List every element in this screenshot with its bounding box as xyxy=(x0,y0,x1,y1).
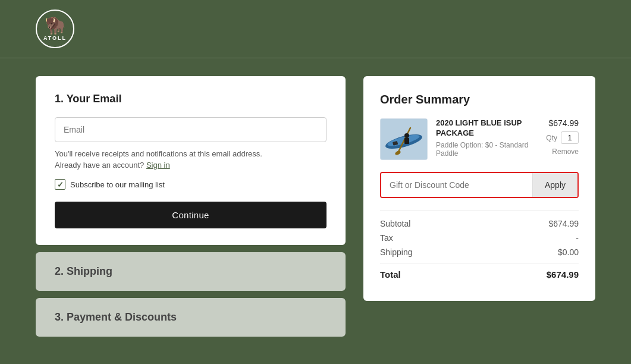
header: 🦬 ATOLL xyxy=(0,0,631,58)
qty-row: Qty 1 xyxy=(546,131,579,144)
remove-link[interactable]: Remove xyxy=(552,148,579,156)
qty-label: Qty xyxy=(546,134,557,142)
svg-rect-6 xyxy=(404,138,409,144)
helper-text: You'll receive receipts and notification… xyxy=(55,149,327,158)
step1-card: 1. Your Email You'll receive receipts an… xyxy=(36,76,346,245)
discount-input[interactable] xyxy=(381,173,532,197)
apply-button[interactable]: Apply xyxy=(532,173,577,197)
signin-link[interactable]: Sign in xyxy=(146,161,170,170)
logo-icon: 🦬 xyxy=(45,17,65,34)
subtotal-row: Subtotal $674.99 xyxy=(380,219,579,228)
subscribe-label: Subscribe to our mailing list xyxy=(70,180,165,189)
left-column: 1. Your Email You'll receive receipts an… xyxy=(36,76,346,337)
discount-row: Apply xyxy=(380,172,579,198)
tax-value: - xyxy=(576,233,579,243)
product-details: 2020 LIGHT BLUE iSUP PACKAGE Paddle Opti… xyxy=(436,118,538,158)
qty-value: 1 xyxy=(561,131,579,144)
product-option: Paddle Option: $0 - Standard Paddle xyxy=(436,141,538,158)
product-name: 2020 LIGHT BLUE iSUP PACKAGE xyxy=(436,118,538,139)
logo[interactable]: 🦬 ATOLL xyxy=(36,10,74,48)
order-summary-card: Order Summary xyxy=(363,76,595,301)
step3-card: 3. Payment & Discounts xyxy=(36,298,346,337)
checkmark-icon: ✓ xyxy=(57,180,64,189)
step2-title: 2. Shipping xyxy=(55,265,327,278)
subscribe-row: ✓ Subscribe to our mailing list xyxy=(55,179,327,190)
shipping-row: Shipping $0.00 xyxy=(380,247,579,257)
shipping-label: Shipping xyxy=(380,247,413,257)
product-image xyxy=(380,118,428,160)
order-summary-title: Order Summary xyxy=(380,93,579,106)
logo-text: ATOLL xyxy=(43,35,67,41)
total-row: Total $674.99 xyxy=(380,263,579,280)
shipping-value: $0.00 xyxy=(558,247,579,257)
signin-row: Already have an account? Sign in xyxy=(55,161,327,170)
svg-point-5 xyxy=(404,133,409,138)
total-value: $674.99 xyxy=(547,269,579,280)
subtotal-value: $674.99 xyxy=(548,219,579,228)
product-price-col: $674.99 Qty 1 Remove xyxy=(546,118,579,156)
step2-card: 2. Shipping xyxy=(36,252,346,291)
subtotal-label: Subtotal xyxy=(380,219,410,228)
product-row: 2020 LIGHT BLUE iSUP PACKAGE Paddle Opti… xyxy=(380,118,579,160)
tax-label: Tax xyxy=(380,233,393,243)
tax-row: Tax - xyxy=(380,233,579,243)
total-label: Total xyxy=(380,269,401,280)
price-summary: Subtotal $674.99 Tax - Shipping $0.00 To… xyxy=(380,210,579,280)
subscribe-checkbox[interactable]: ✓ xyxy=(55,179,65,190)
step3-title: 3. Payment & Discounts xyxy=(55,311,327,324)
right-column: Order Summary xyxy=(363,76,595,337)
continue-button[interactable]: Continue xyxy=(55,202,327,228)
email-input[interactable] xyxy=(55,117,327,142)
product-price: $674.99 xyxy=(548,118,579,128)
step1-title: 1. Your Email xyxy=(55,93,327,105)
product-thumbnail xyxy=(381,119,427,159)
main-content: 1. Your Email You'll receive receipts an… xyxy=(0,58,631,354)
